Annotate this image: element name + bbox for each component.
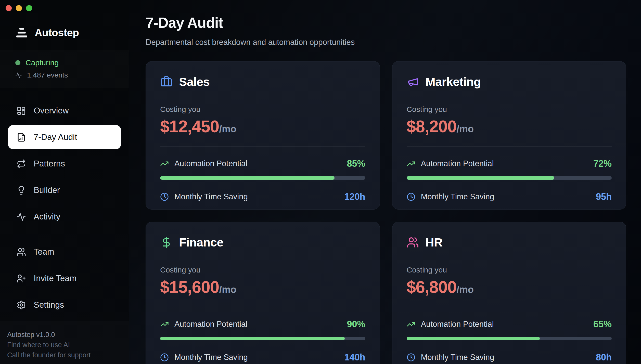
overview-icon [17, 106, 26, 115]
events-count: 1,487 events [27, 71, 68, 79]
trending-up-icon [160, 320, 169, 329]
sidebar-nav-primary: Overview 7-Day Audit Patterns Builder Ac… [8, 98, 121, 231]
automation-potential-value: 85% [347, 158, 365, 169]
time-saving-value: 120h [344, 191, 365, 202]
costing-label: Costing you [407, 105, 612, 114]
sidebar-item-builder[interactable]: Builder [8, 178, 121, 202]
time-saving-label: Monthly Time Saving [174, 353, 248, 362]
sidebar-item-activity[interactable]: Activity [8, 204, 121, 229]
app-window: Autostep Capturing 1,487 events Overview… [0, 0, 641, 364]
card-divider [160, 146, 365, 147]
trending-up-icon [160, 159, 169, 168]
capture-status-row: Capturing [15, 58, 129, 67]
clock-icon [160, 192, 169, 201]
page-subtitle: Departmental cost breakdown and automati… [146, 38, 626, 47]
automation-potential-label: Automation Potential [421, 320, 494, 329]
automation-progressbar [407, 176, 612, 180]
monthly-cost: $15,600 [160, 277, 219, 297]
sidebar-nav-secondary: Team Invite Team Settings [8, 240, 121, 319]
sidebar-item-label: 7-Day Audit [34, 132, 77, 142]
time-saving-row: Monthly Time Saving 120h [160, 191, 365, 202]
minimize-window-button[interactable] [16, 5, 22, 11]
patterns-icon [17, 159, 26, 168]
cost-period: /mo [456, 124, 474, 135]
sidebar-item-patterns[interactable]: Patterns [8, 151, 121, 176]
cost-period: /mo [456, 284, 474, 295]
department-title: Marketing [426, 75, 481, 89]
cost-row: $12,450 /mo [160, 117, 365, 136]
automation-progressbar-fill [407, 176, 554, 180]
sidebar-item-overview[interactable]: Overview [8, 98, 121, 123]
sidebar-item-label: Team [34, 247, 54, 257]
costing-label: Costing you [160, 266, 365, 274]
app-title: Autostep [35, 27, 79, 39]
briefcase-icon [160, 76, 172, 88]
sidebar: Autostep Capturing 1,487 events Overview… [0, 0, 129, 364]
time-saving-value: 95h [596, 191, 612, 202]
clock-icon [160, 353, 169, 362]
cost-row: $8,200 /mo [407, 117, 612, 136]
invite-icon [17, 274, 26, 283]
department-card-hr: HR Costing you $6,800 /mo Automation Pot… [392, 222, 626, 364]
time-saving-row: Monthly Time Saving 95h [407, 191, 612, 202]
sidebar-item-label: Patterns [34, 159, 65, 168]
automation-progressbar-fill [160, 176, 335, 180]
trending-up-icon [407, 320, 415, 329]
cost-row: $6,800 /mo [407, 277, 612, 297]
events-count-row: 1,487 events [15, 71, 129, 79]
sidebar-item-team[interactable]: Team [8, 240, 121, 264]
automation-potential-label: Automation Potential [174, 159, 247, 168]
time-saving-row: Monthly Time Saving 80h [407, 352, 612, 363]
automation-progressbar-fill [407, 337, 540, 340]
window-controls [6, 5, 32, 11]
cost-period: /mo [219, 124, 237, 135]
automation-potential-label: Automation Potential [174, 320, 247, 329]
clock-icon [407, 192, 415, 201]
monthly-cost: $8,200 [407, 117, 457, 136]
card-header: Finance [160, 235, 365, 249]
zoom-window-button[interactable] [26, 5, 32, 11]
sidebar-item-label: Activity [34, 212, 60, 222]
sidebar-item-label: Builder [34, 185, 60, 195]
status-dot-icon [15, 60, 20, 65]
page-title: 7-Day Audit [146, 14, 626, 31]
capture-status-label: Capturing [25, 58, 59, 67]
automation-potential-label: Automation Potential [421, 159, 494, 168]
time-saving-label: Monthly Time Saving [421, 192, 494, 201]
card-divider [160, 307, 365, 307]
builder-icon [17, 186, 26, 195]
costing-label: Costing you [160, 105, 365, 114]
footer-tagline: Find where to use AI [7, 340, 123, 350]
activity-icon [17, 212, 26, 222]
monthly-cost: $12,450 [160, 117, 219, 136]
pulse-icon [15, 72, 22, 79]
time-saving-label: Monthly Time Saving [174, 192, 248, 201]
automation-potential-value: 90% [347, 319, 365, 330]
department-title: Finance [179, 235, 223, 249]
automation-progressbar [160, 337, 365, 340]
sidebar-item-7-day-audit[interactable]: 7-Day Audit [8, 125, 121, 149]
clock-icon [407, 353, 415, 362]
time-saving-label: Monthly Time Saving [421, 353, 494, 362]
settings-icon [17, 300, 26, 310]
automation-potential-value: 72% [593, 158, 612, 169]
dollar-icon [160, 236, 172, 249]
sidebar-item-label: Invite Team [34, 274, 76, 283]
megaphone-icon [407, 76, 419, 88]
app-version: Autostep v1.0.0 [7, 330, 123, 340]
time-saving-value: 80h [596, 352, 612, 363]
automation-potential-row: Automation Potential 90% [160, 319, 365, 330]
close-window-button[interactable] [6, 5, 12, 11]
automation-progressbar [160, 176, 365, 180]
audit-icon [17, 133, 26, 142]
sidebar-item-invite-team[interactable]: Invite Team [8, 266, 121, 291]
department-title: HR [426, 235, 443, 249]
capture-status-panel: Capturing 1,487 events [0, 50, 129, 88]
cost-period: /mo [219, 284, 237, 295]
automation-progressbar [407, 337, 612, 340]
department-card-sales: Sales Costing you $12,450 /mo Automation… [146, 61, 380, 210]
costing-label: Costing you [407, 266, 612, 274]
sidebar-item-settings[interactable]: Settings [8, 293, 121, 317]
cost-row: $15,600 /mo [160, 277, 365, 297]
department-title: Sales [179, 75, 210, 89]
